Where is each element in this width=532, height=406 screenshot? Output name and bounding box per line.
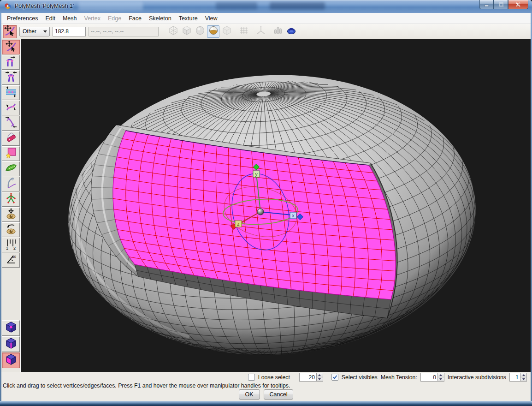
mesh-tension-input[interactable]	[420, 373, 437, 382]
vertex-mode-button[interactable]	[2, 320, 20, 336]
menu-edge[interactable]: Edge	[104, 14, 125, 23]
menu-preferences[interactable]: Preferences	[3, 14, 41, 23]
close-button[interactable]	[508, 0, 528, 9]
reshape-tool-icon	[4, 24, 16, 38]
spin-up-button[interactable]	[520, 373, 527, 377]
minimize-button[interactable]	[479, 0, 494, 9]
menu-edit[interactable]: Edit	[41, 14, 59, 23]
ok-button[interactable]: OK	[239, 389, 260, 400]
smooth-shaded-sphere-button[interactable]	[194, 25, 206, 38]
status-bar: Click and drag to select vertices/edges/…	[1, 382, 531, 389]
pinch-tool-icon	[5, 71, 17, 84]
face-mode-button[interactable]	[2, 352, 20, 368]
menu-view[interactable]: View	[201, 14, 221, 23]
knife-tool-button[interactable]	[2, 131, 20, 146]
spin-up-button[interactable]	[437, 373, 444, 377]
menubar: PreferencesEditMeshVertexEdgeFaceSkeleto…	[1, 13, 531, 24]
interactive-subdivisions-input[interactable]	[509, 373, 520, 382]
value-input[interactable]	[53, 27, 86, 36]
reshape-tool-button[interactable]	[2, 40, 20, 54]
glass-artifact	[216, 2, 257, 10]
grid-button[interactable]	[237, 25, 250, 38]
window-frame-bottom	[0, 401, 532, 406]
edge-mode-icon	[5, 337, 17, 351]
loose-select-checkbox[interactable]	[248, 374, 255, 381]
rotate-view-tool-button[interactable]	[2, 222, 20, 237]
app-icon	[4, 3, 12, 10]
options-bar: Loose select Select visibles Mesh Tensio…	[1, 372, 531, 382]
skeleton-tool-icon	[5, 192, 17, 206]
viewport[interactable]: yxz	[21, 39, 531, 372]
skew-tool-button[interactable]	[2, 116, 20, 131]
interactive-subdivisions-label: Interactive subdivisions	[448, 374, 506, 381]
textured-sphere-button[interactable]	[207, 25, 219, 38]
create-face-tool-button[interactable]	[2, 146, 20, 161]
flat-shaded-cube-button[interactable]	[180, 25, 193, 38]
mesh-statistics-button[interactable]	[272, 25, 284, 38]
ruler-tool-button[interactable]: 12	[2, 238, 20, 252]
pinch-tool-button[interactable]	[2, 70, 20, 85]
window-controls	[479, 0, 528, 9]
mode-dropdown[interactable]: Other	[19, 27, 50, 36]
gizmo-y-handle-label: y	[255, 171, 258, 177]
sew-tool-button[interactable]	[2, 177, 20, 191]
maximize-button[interactable]	[494, 0, 508, 9]
spin-down-button[interactable]	[437, 377, 444, 382]
textured-sphere-icon	[208, 25, 219, 37]
gizmo-center-handle[interactable]	[257, 209, 264, 215]
top-toolbar: Other	[1, 24, 531, 39]
interactive-subdivisions-spinner	[509, 373, 527, 382]
coordinate-axes-button[interactable]	[254, 25, 267, 38]
menu-texture[interactable]: Texture	[175, 14, 201, 23]
tension-tool-button[interactable]	[2, 85, 20, 100]
transparent-cube-button[interactable]	[220, 25, 233, 38]
grid-icon	[239, 25, 249, 37]
svg-text:60: 60	[12, 255, 16, 259]
cancel-button[interactable]: Cancel	[264, 389, 294, 400]
mesh-tension-label: Mesh Tension:	[381, 374, 417, 381]
status-text: Click and drag to select vertices/edges/…	[3, 382, 290, 389]
knife-tool-icon	[5, 131, 17, 145]
transparent-cube-icon	[222, 25, 232, 37]
loose-select-range-spinner	[299, 373, 323, 382]
loose-select-range-input[interactable]	[299, 373, 316, 382]
pan-view-tool-button[interactable]	[2, 207, 20, 222]
left-toolbar: 1260	[1, 39, 21, 372]
pull-vertex-tool-icon	[5, 55, 17, 69]
menu-face[interactable]: Face	[125, 14, 145, 23]
reshape-tool-icon	[5, 40, 17, 54]
mesh-canvas[interactable]: yxz	[21, 39, 531, 372]
glass-artifact	[270, 2, 325, 10]
coordinate-axes-icon	[256, 25, 266, 37]
menu-skeleton[interactable]: Skeleton	[145, 14, 175, 23]
sew-tool-icon	[5, 177, 17, 191]
spin-up-button[interactable]	[316, 373, 323, 377]
twist-tool-button[interactable]	[2, 101, 20, 115]
wireframe-cube-button[interactable]	[167, 25, 179, 38]
menu-mesh[interactable]: Mesh	[59, 14, 81, 23]
seam-tool-button[interactable]	[2, 161, 20, 176]
mesh-statistics-icon	[273, 25, 283, 37]
skeleton-tool-button[interactable]	[2, 192, 20, 207]
seam-tool-icon	[5, 162, 17, 176]
spin-down-button[interactable]	[520, 377, 527, 382]
coordinates-field	[89, 27, 159, 36]
reshape-tool-button[interactable]	[3, 25, 17, 38]
loose-select-label: Loose select	[258, 374, 290, 381]
titlebar[interactable]: PolyMesh 'PolyMesh 1'	[0, 0, 532, 13]
rotate-view-tool-icon	[5, 223, 17, 237]
pull-vertex-tool-button[interactable]	[2, 55, 20, 70]
dialog-buttons: OK Cancel	[1, 389, 531, 401]
menu-vertex[interactable]: Vertex	[81, 14, 104, 23]
edge-mode-button[interactable]	[2, 336, 20, 352]
skeleton-mesh-button[interactable]	[285, 25, 297, 38]
window-title: PolyMesh 'PolyMesh 1'	[15, 3, 74, 9]
skew-tool-icon	[5, 116, 17, 130]
select-visibles-checkbox[interactable]	[331, 374, 338, 381]
protractor-tool-button[interactable]: 60	[2, 253, 20, 268]
check-icon	[333, 376, 337, 378]
create-face-tool-icon	[5, 147, 17, 161]
face-mode-icon	[5, 353, 17, 367]
gizmo-x-handle-label: x	[292, 213, 295, 218]
spin-down-button[interactable]	[316, 377, 323, 382]
